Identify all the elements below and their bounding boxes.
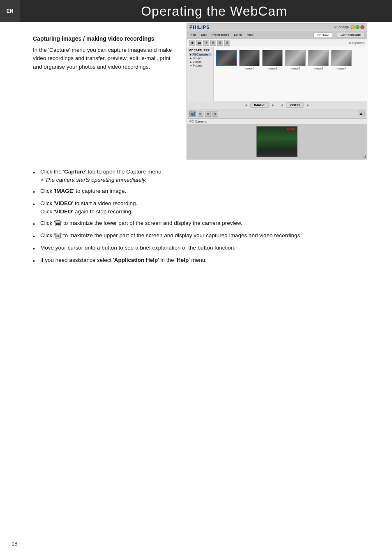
webcam-icon[interactable]: 📹 xyxy=(189,111,196,117)
menu-file[interactable]: File xyxy=(189,32,197,37)
bullet-dot-7: • xyxy=(33,257,40,265)
app-logo: PHILIPS xyxy=(189,25,210,30)
sidebar-title: MY CAPTURES xyxy=(189,49,212,52)
eject-btn[interactable]: ⏏ xyxy=(358,111,364,117)
camera-preview-inner: REC xyxy=(256,126,297,157)
capture-thumb-selected[interactable] xyxy=(216,50,237,67)
bullet-dot-3: • xyxy=(33,200,40,208)
image-video-bar: ◀ IMAGE ▶ ◀ VIDEO ▶ xyxy=(187,101,367,109)
snapshot-icon[interactable]: ⊟ xyxy=(198,111,203,117)
print-icon[interactable]: ⊟ xyxy=(217,40,223,46)
close-btn[interactable] xyxy=(360,25,364,29)
capture-thumb-3[interactable]: Image3 xyxy=(308,50,329,70)
email-icon[interactable]: ✉ xyxy=(203,40,209,46)
captures-grid: Image0 Image1 Image2 xyxy=(216,50,364,70)
bullet-dot-5: • xyxy=(33,232,40,240)
folder-icon[interactable]: ⊞ xyxy=(210,40,216,46)
app-screenshot: PHILIPS VLounge File Edit Preferences Li… xyxy=(187,23,367,160)
toolbar-icons: ▣ 📷 ✉ ⊞ ⊟ ⊠ xyxy=(189,40,230,46)
camera-snap-icon[interactable]: 📷 xyxy=(196,40,202,46)
app-name-label: VLounge xyxy=(334,25,349,29)
image-btn[interactable]: IMAGE xyxy=(250,102,268,108)
language-badge: EN xyxy=(0,0,20,22)
capture-thumb-4[interactable]: Image4 xyxy=(331,50,352,70)
resize-handle[interactable] xyxy=(363,155,366,158)
thumb-label-0: Image0 xyxy=(244,67,254,70)
bullet-dot-6: • xyxy=(33,245,40,253)
video-btn[interactable]: VIDEO xyxy=(286,102,304,108)
menu-edit[interactable]: Edit xyxy=(200,32,208,37)
menu-help[interactable]: Help xyxy=(246,32,255,37)
bullet-text-6: Move your cursor onto a button to see a … xyxy=(40,244,367,252)
camera-hud: REC xyxy=(286,127,296,131)
thumb-label-2: Image2 xyxy=(291,67,300,70)
captures-area: Image0 Image1 Image2 xyxy=(214,47,367,101)
bullet-dot-2: • xyxy=(33,188,40,196)
tab-communicate[interactable]: Communicate xyxy=(337,32,364,37)
bullet-dot-1: • xyxy=(33,169,40,177)
minimize-btn[interactable] xyxy=(350,25,355,29)
thumb-label-3: Image3 xyxy=(314,67,323,70)
bullet-text-7: If you need assistance select 'Applicati… xyxy=(40,256,367,264)
app-title-right: VLounge xyxy=(334,25,364,29)
page-title: Operating the WebCam xyxy=(20,4,392,19)
app-titlebar: PHILIPS VLounge xyxy=(187,23,367,31)
settings-icon[interactable]: ⚙ xyxy=(205,111,211,117)
tab-capture[interactable]: Capture xyxy=(314,32,332,37)
capture-thumb-1[interactable]: Image1 xyxy=(262,50,283,70)
bullet-text-5: Click '⊟' to maximize the upper part of … xyxy=(40,231,367,240)
thumb-label-4: Image4 xyxy=(337,67,346,70)
share-icon[interactable]: ⊞ xyxy=(212,111,218,117)
delete-icon[interactable]: ⊠ xyxy=(224,40,230,46)
app-toolbar: ▣ 📷 ✉ ⊞ ⊟ ⊠ 6 captures xyxy=(187,39,367,47)
bullet-item-3: • Click 'VIDEO' to start a video recordi… xyxy=(33,199,367,215)
bullet-item-5: • Click '⊟' to maximize the upper part o… xyxy=(33,231,367,240)
bottom-toolbar: 📹 ⊟ ⚙ ⊞ ⏏ xyxy=(187,109,367,119)
app-menubar: File Edit Preferences Links Help Capture… xyxy=(187,31,367,39)
vlounge-window: PHILIPS VLounge File Edit Preferences Li… xyxy=(187,23,367,160)
view-icon[interactable]: ▣ xyxy=(189,40,195,46)
bullet-item-7: • If you need assistance select 'Applica… xyxy=(33,256,367,265)
capture-thumb-2[interactable]: Image2 xyxy=(285,50,306,70)
page-number: 18 xyxy=(12,541,17,547)
menu-preferences[interactable]: Preferences xyxy=(210,32,231,37)
capture-count-label: 6 captures xyxy=(349,41,364,45)
sidebar: MY CAPTURES ▸ All Captures ▸ Images ▸ Vi… xyxy=(187,47,214,101)
bullet-item-1: • Click the 'Capture' tab to open the Ca… xyxy=(33,168,367,184)
bullet-dot-4: • xyxy=(33,220,40,228)
app-body: MY CAPTURES ▸ All Captures ▸ Images ▸ Vi… xyxy=(187,47,367,101)
pc-camera-label: PC Camera xyxy=(187,119,367,124)
bullet-text-1: Click the 'Capture' tab to open the Capt… xyxy=(40,168,367,184)
menu-links[interactable]: Links xyxy=(233,32,243,37)
bullet-text-3: Click 'VIDEO' to start a video recording… xyxy=(40,199,367,215)
capture-thumb-0[interactable]: Image0 xyxy=(239,50,260,70)
sidebar-item-videos[interactable]: ▸ Videos xyxy=(189,60,212,64)
maximize-btn[interactable] xyxy=(355,25,360,29)
sidebar-item-images[interactable]: ▸ Images xyxy=(189,57,212,60)
bullet-item-2: • Click 'IMAGE' to capture an image. xyxy=(33,187,367,196)
bullet-item-4: • Click '📷' to maximize the lower part o… xyxy=(33,219,367,228)
grid-inline-icon: ⊟ xyxy=(55,233,61,238)
window-buttons xyxy=(350,25,364,29)
cam-inline-icon: 📷 xyxy=(55,220,61,226)
bullet-text-2: Click 'IMAGE' to capture an image. xyxy=(40,187,367,195)
bullet-text-4: Click '📷' to maximize the lower part of … xyxy=(40,219,367,227)
rec-dot xyxy=(287,128,289,130)
bullet-item-6: • Move your cursor onto a button to see … xyxy=(33,244,367,253)
bullet-list: • Click the 'Capture' tab to open the Ca… xyxy=(33,168,367,266)
app-bottom: 📹 ⊟ ⚙ ⊞ ⏏ PC Camera REC xyxy=(187,109,367,159)
bottom-toolbar-left: 📹 ⊟ ⚙ ⊞ xyxy=(189,111,218,117)
header-bar: EN Operating the WebCam xyxy=(0,0,392,22)
sidebar-item-folders[interactable]: ▾ Folders xyxy=(189,64,212,67)
sidebar-item-all-captures[interactable]: ▸ All Captures xyxy=(189,53,212,56)
main-content: PHILIPS VLounge File Edit Preferences Li… xyxy=(0,22,392,285)
camera-preview: REC xyxy=(187,124,367,159)
thumb-label-1: Image1 xyxy=(267,67,277,70)
